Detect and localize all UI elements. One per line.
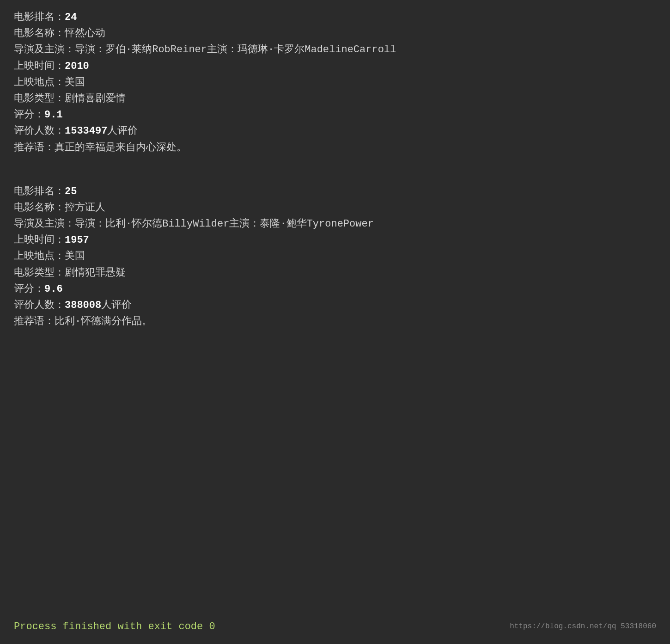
movie-1-line-1-label: 电影名称： [14, 202, 65, 214]
movie-1-line-5: 电影类型：剧情犯罪悬疑 [14, 265, 656, 281]
movie-0-line-4-label: 上映地点： [14, 77, 65, 88]
movie-0-line-5-value: 剧情喜剧爱情 [65, 93, 126, 104]
movie-0-line-2-value: 导演：罗伯·莱纳RobReiner主演：玛德琳·卡罗尔MadelineCarro… [75, 44, 396, 55]
movie-1-line-7-suffix: 人评价 [101, 300, 132, 311]
movie-1-line-8-label: 推荐语： [14, 316, 55, 327]
movie-0-line-3-value: 2010 [65, 61, 89, 72]
movie-1-line-8: 推荐语：比利·怀德满分作品。 [14, 313, 656, 330]
movie-1-line-6: 评分：9.6 [14, 281, 656, 297]
movie-0-line-7-suffix: 人评价 [107, 125, 138, 137]
movie-0-line-4: 上映地点：美国 [14, 74, 656, 91]
movie-1-line-2: 导演及主演：导演：比利·怀尔德BillyWilder主演：泰隆·鲍华Tyrone… [14, 216, 656, 232]
movie-0-line-7-value: 1533497 [65, 125, 107, 137]
movie-1-line-1-value: 控方证人 [65, 202, 105, 214]
movie-1-line-3: 上映时间：1957 [14, 232, 656, 248]
movie-0-line-5-label: 电影类型： [14, 93, 65, 104]
movie-1-line-5-label: 电影类型： [14, 267, 65, 279]
movie-0-line-8-value: 真正的幸福是来自内心深处。 [55, 142, 187, 153]
movie-block-0: 电影排名：24电影名称：怦然心动导演及主演：导演：罗伯·莱纳RobReiner主… [14, 9, 656, 156]
movie-1-line-3-label: 上映时间： [14, 234, 65, 246]
movie-0-line-2-label: 导演及主演： [14, 44, 75, 55]
movie-1-line-7: 评价人数：388008人评价 [14, 297, 656, 313]
movie-1-line-2-label: 导演及主演： [14, 218, 75, 230]
movie-1-line-4: 上映地点：美国 [14, 248, 656, 264]
movie-1-line-0-value: 25 [65, 186, 77, 197]
movie-1-line-6-label: 评分： [14, 283, 44, 295]
movie-1-line-0-label: 电影排名： [14, 186, 65, 197]
movie-1-line-1: 电影名称：控方证人 [14, 200, 656, 216]
movie-0-line-7-label: 评价人数： [14, 125, 65, 137]
movie-1-line-0: 电影排名：25 [14, 184, 656, 200]
movie-block-1: 电影排名：25电影名称：控方证人导演及主演：导演：比利·怀尔德BillyWild… [14, 184, 656, 330]
movie-0-line-0-value: 24 [65, 12, 77, 23]
movie-0-line-6-label: 评分： [14, 109, 44, 121]
movies-container: 电影排名：24电影名称：怦然心动导演及主演：导演：罗伯·莱纳RobReiner主… [14, 9, 656, 330]
movie-1-line-4-value: 美国 [65, 251, 85, 262]
movie-0-line-2: 导演及主演：导演：罗伯·莱纳RobReiner主演：玛德琳·卡罗尔Madelin… [14, 42, 656, 58]
movie-0-line-7: 评价人数：1533497人评价 [14, 123, 656, 139]
movie-0-line-0: 电影排名：24 [14, 9, 656, 25]
movie-0-line-8-label: 推荐语： [14, 142, 55, 153]
movie-0-line-0-label: 电影排名： [14, 12, 65, 23]
movie-1-line-8-value: 比利·怀德满分作品。 [55, 316, 152, 327]
movie-0-line-6-value: 9.1 [44, 109, 63, 121]
footer-url: https://blog.csdn.net/qq_53318060 [510, 621, 656, 633]
movie-0-line-4-value: 美国 [65, 77, 85, 88]
movie-0-line-8: 推荐语：真正的幸福是来自内心深处。 [14, 140, 656, 156]
movie-0-line-1-value: 怦然心动 [65, 28, 105, 39]
movie-1-line-2-value: 导演：比利·怀尔德BillyWilder主演：泰隆·鲍华TyronePower [75, 218, 374, 230]
movie-0-line-6: 评分：9.1 [14, 107, 656, 123]
movie-1-line-5-value: 剧情犯罪悬疑 [65, 267, 126, 279]
movie-1-line-6-value: 9.6 [44, 283, 63, 295]
movie-0-line-5: 电影类型：剧情喜剧爱情 [14, 91, 656, 107]
movie-0-line-1: 电影名称：怦然心动 [14, 25, 656, 42]
movie-1-line-7-value: 388008 [65, 300, 101, 311]
movie-1-line-4-label: 上映地点： [14, 251, 65, 262]
movie-0-line-1-label: 电影名称： [14, 28, 65, 39]
movie-0-line-3-label: 上映时间： [14, 61, 65, 72]
movie-1-line-7-label: 评价人数： [14, 300, 65, 311]
process-finished-text: Process finished with exit code 0 [14, 619, 215, 635]
movie-1-line-3-value: 1957 [65, 234, 89, 246]
process-footer: Process finished with exit code 0 https:… [14, 619, 656, 635]
movie-0-line-3: 上映时间：2010 [14, 58, 656, 74]
